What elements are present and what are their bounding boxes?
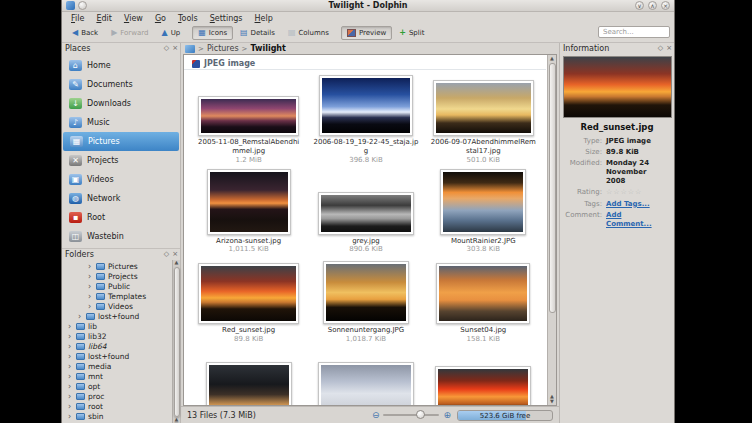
maximize-button[interactable]: ∧	[648, 1, 657, 10]
expander-icon[interactable]: ›	[88, 272, 93, 281]
folder-item-lost+found[interactable]: ›lost+found	[62, 311, 180, 321]
expander-icon[interactable]: ›	[78, 312, 83, 321]
folder-item-public[interactable]: ›Public	[62, 281, 180, 291]
close-button[interactable]: ×	[661, 1, 670, 10]
folder-item-projects[interactable]: ›Projects	[62, 271, 180, 281]
view-scroll-up-icon[interactable]: ▲	[550, 56, 554, 61]
expander-icon[interactable]: ›	[68, 382, 73, 391]
file-item[interactable]: grey.jpg890.6 KiB	[307, 171, 424, 254]
menu-item-edit[interactable]: Edit	[91, 14, 117, 23]
expander-icon[interactable]: ›	[68, 322, 73, 331]
zoom-out-icon[interactable]: ⊖	[372, 410, 380, 420]
folder-item-sbin[interactable]: ›sbin	[62, 411, 180, 421]
add-comment-link[interactable]: Add Comment...	[606, 211, 652, 228]
places-float-icon[interactable]: ◇	[164, 43, 169, 54]
expander-icon[interactable]: ›	[68, 372, 73, 381]
file-item[interactable]	[425, 350, 542, 406]
expander-icon[interactable]: ›	[68, 412, 73, 421]
place-item-music[interactable]: ♪Music	[62, 113, 180, 132]
place-item-downloads[interactable]: ↓Downloads	[62, 94, 180, 113]
view-scroll-down-icon[interactable]: ▼	[550, 399, 554, 404]
columns-view-button[interactable]: ▥ Columns	[282, 26, 335, 40]
preview-toggle-button[interactable]: Preview	[341, 26, 392, 40]
rating-stars[interactable]: ☆☆☆☆☆	[606, 188, 668, 197]
back-button[interactable]: ◀ Back	[66, 26, 104, 40]
folders-scroll-thumb[interactable]	[174, 267, 180, 417]
projects-icon: ✕	[69, 155, 82, 166]
folder-label: lib64	[88, 342, 106, 351]
split-button[interactable]: + Split	[393, 26, 430, 40]
folders-float-icon[interactable]: ◇	[164, 249, 169, 260]
file-item[interactable]: Sunset04.jpg158.1 KiB	[425, 260, 542, 343]
menu-item-go[interactable]: Go	[150, 14, 171, 23]
forward-button[interactable]: ▶ Forward	[105, 26, 154, 40]
folders-scrollbar[interactable]: ▲ ▲ ▼	[172, 260, 180, 423]
expander-icon[interactable]: ›	[88, 282, 93, 291]
folder-item-lib32[interactable]: ›lib32	[62, 331, 180, 341]
folder-item-opt[interactable]: ›opt	[62, 381, 180, 391]
place-item-root[interactable]: ▪Root	[62, 208, 180, 227]
expander-icon[interactable]: ›	[68, 342, 73, 351]
file-item[interactable]: Red_sunset.jpg89.8 KiB	[190, 260, 307, 343]
places-close-icon[interactable]: ×	[172, 43, 178, 54]
place-item-wastebin[interactable]: ◫Wastebin	[62, 227, 180, 246]
file-item[interactable]: 2006-09-07AbendhimmelRemstal17.jpg501.0 …	[425, 72, 542, 164]
file-item[interactable]	[307, 350, 424, 406]
view-scrollbar[interactable]: ▲ ▲ ▼	[547, 55, 556, 405]
folder-item-media[interactable]: ›media	[62, 361, 180, 371]
menu-item-view[interactable]: View	[119, 14, 148, 23]
file-item[interactable]: 2006-08-19_19-22-45_staja.jpg396.8 KiB	[307, 72, 424, 164]
details-view-button[interactable]: ▤ Details	[234, 26, 281, 40]
place-item-documents[interactable]: ✎Documents	[62, 75, 180, 94]
folder-item-templates[interactable]: ›Templates	[62, 291, 180, 301]
folder-label: root	[88, 402, 103, 411]
menu-item-help[interactable]: Help	[250, 14, 278, 23]
folder-item-root[interactable]: ›root	[62, 401, 180, 411]
file-thumbnail	[198, 263, 299, 324]
menu-item-settings[interactable]: Settings	[205, 14, 248, 23]
expander-icon[interactable]: ›	[68, 332, 73, 341]
expander-icon[interactable]: ›	[68, 362, 73, 371]
breadcrumb-segment-twilight[interactable]: Twilight	[250, 44, 285, 53]
folder-item-mnt[interactable]: ›mnt	[62, 371, 180, 381]
zoom-slider[interactable]	[383, 414, 439, 416]
menu-item-file[interactable]: File	[66, 14, 89, 23]
expander-icon[interactable]: ›	[68, 392, 73, 401]
minimize-button[interactable]: ∨	[635, 1, 644, 10]
folder-item-lib64[interactable]: ›lib64	[62, 341, 180, 351]
folder-item-lost+found[interactable]: ›lost+found	[62, 351, 180, 361]
folders-scroll-up-icon[interactable]: ▲	[175, 260, 179, 265]
file-item[interactable]: Sonnenuntergang.JPG1,018.7 KiB	[307, 260, 424, 343]
breadcrumb-root-icon[interactable]	[185, 45, 195, 53]
folder-item-pictures[interactable]: ›Pictures	[62, 261, 180, 271]
file-item[interactable]: Arizona-sunset.jpg1,011.5 KiB	[190, 171, 307, 254]
zoom-in-icon[interactable]: ⊕	[443, 410, 451, 420]
expander-icon[interactable]: ›	[68, 352, 73, 361]
file-item[interactable]	[190, 350, 307, 406]
menu-item-tools[interactable]: Tools	[173, 14, 203, 23]
expander-icon[interactable]: ›	[88, 262, 93, 271]
icons-view-button[interactable]: ▦ Icons	[192, 26, 233, 40]
expander-icon[interactable]: ›	[88, 302, 93, 311]
place-item-network[interactable]: ◍Network	[62, 189, 180, 208]
file-item[interactable]: 2005-11-08_RemstalAbendhimmel.jpg1.2 MiB	[190, 72, 307, 164]
place-item-home[interactable]: ⌂Home	[62, 56, 180, 75]
file-item[interactable]: MountRainier2.JPG303.8 KiB	[425, 171, 542, 254]
forward-label: Forward	[120, 29, 148, 37]
place-item-projects[interactable]: ✕Projects	[62, 151, 180, 170]
view-scroll-thumb[interactable]	[549, 63, 556, 313]
information-close-icon[interactable]: ×	[666, 43, 672, 54]
place-item-videos[interactable]: ▣Videos	[62, 170, 180, 189]
expander-icon[interactable]: ›	[88, 292, 93, 301]
zoom-slider-handle[interactable]	[416, 410, 425, 419]
place-item-pictures[interactable]: ▦Pictures	[63, 132, 179, 151]
folder-item-lib[interactable]: ›lib	[62, 321, 180, 331]
breadcrumb-segment-pictures[interactable]: Pictures	[207, 44, 239, 53]
add-tags-link[interactable]: Add Tags...	[606, 200, 650, 208]
up-button[interactable]: ▲ Up	[155, 26, 186, 40]
expander-icon[interactable]: ›	[68, 402, 73, 411]
folder-item-proc[interactable]: ›proc	[62, 391, 180, 401]
search-input[interactable]	[598, 26, 670, 38]
folder-item-videos[interactable]: ›Videos	[62, 301, 180, 311]
information-float-icon[interactable]: ◇	[658, 43, 663, 54]
